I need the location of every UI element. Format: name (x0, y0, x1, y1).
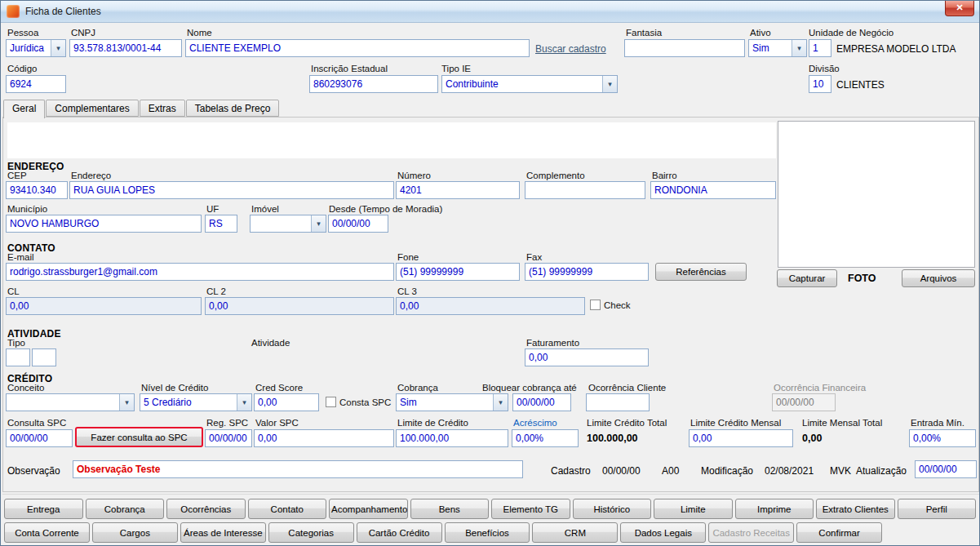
fantasia-field[interactable] (624, 39, 745, 57)
imprime-button[interactable]: Imprime (735, 499, 814, 519)
entrada-min-field[interactable]: 0,00% (909, 429, 976, 447)
email-label: E-mail (7, 252, 34, 262)
limite-button[interactable]: Limite (654, 499, 733, 519)
bairro-field[interactable]: RONDONIA (650, 181, 776, 199)
confirmar-button[interactable]: Confirmar (796, 522, 882, 543)
fone-label: Fone (397, 252, 419, 262)
observacao-field[interactable]: Observação Teste (73, 460, 523, 478)
ativo-value: Sim (752, 42, 769, 54)
endereco-field[interactable]: RUA GUIA LOPES (69, 181, 394, 199)
cartao-credito-button[interactable]: Cartão Crédito (357, 522, 442, 543)
bens-button[interactable]: Bens (410, 499, 490, 519)
ocorrencia-financeira-field: 00/00/00 (772, 393, 836, 411)
fax-field[interactable]: (51) 99999999 (525, 263, 649, 281)
elemento-tg-button[interactable]: Elemento TG (491, 499, 570, 519)
conta-corrente-button[interactable]: Conta Corrente (4, 522, 90, 543)
cobranca-button[interactable]: Cobrança (86, 499, 165, 519)
tab-extras[interactable]: Extras (140, 100, 185, 117)
entrega-button[interactable]: Entrega (4, 499, 83, 519)
uf-field[interactable]: RS (205, 215, 237, 233)
capturar-button[interactable]: Capturar (777, 269, 837, 287)
limite-credito-total-value: 100.000,00 (587, 433, 638, 444)
limite-credito-mensal-field[interactable]: 0,00 (689, 429, 793, 447)
limite-credito-field[interactable]: 100.000,00 (396, 429, 508, 447)
divisao-code-field[interactable]: 10 (809, 75, 831, 93)
check-checkbox[interactable] (590, 300, 601, 310)
acompanhamento-button[interactable]: Acompanhamento (329, 499, 408, 519)
arquivos-button[interactable]: Arquivos (902, 269, 975, 287)
categorias-button[interactable]: Categorias (268, 522, 354, 543)
buscar-cadastro-link[interactable]: Buscar cadastro (535, 43, 606, 55)
numero-label: Número (397, 171, 431, 180)
nome-label: Nome (187, 28, 212, 38)
ocorrencia-cliente-label: Ocorrência Cliente (588, 383, 666, 393)
cnpj-field[interactable]: 93.578.813/0001-44 (69, 39, 182, 57)
ocorrencia-cliente-field[interactable] (586, 393, 650, 411)
close-icon[interactable]: ✕ (945, 1, 974, 16)
consta-spc-checkbox[interactable] (326, 397, 336, 407)
acrescimo-field[interactable]: 0,00% (512, 429, 579, 447)
cep-field[interactable]: 93410.340 (6, 181, 68, 199)
chevron-down-icon[interactable]: ▾ (602, 76, 617, 92)
chevron-down-icon[interactable]: ▾ (51, 40, 65, 56)
nome-field[interactable]: CLIENTE EXEMPLO (185, 39, 530, 57)
conceito-select[interactable]: ▾ (6, 393, 135, 411)
unidade-negocio-code-field[interactable]: 1 (809, 39, 831, 57)
areas-de-interesse-button[interactable]: Áreas de Interesse (180, 522, 266, 543)
chevron-down-icon[interactable]: ▾ (311, 215, 326, 232)
numero-field[interactable]: 4201 (396, 181, 520, 199)
ocorrencias-button[interactable]: Ocorrências (166, 499, 246, 519)
municipio-field[interactable]: NOVO HAMBURGO (6, 215, 202, 233)
tipo-field-1[interactable] (6, 348, 30, 366)
historico-button[interactable]: Histórico (573, 499, 652, 519)
tab-strip: Geral Complementares Extras Tabelas de P… (3, 100, 280, 118)
perfil-button[interactable]: Perfil (898, 499, 977, 519)
desde-field[interactable]: 00/00/00 (328, 215, 388, 233)
bloquear-cobranca-field[interactable]: 00/00/00 (512, 393, 571, 411)
cadastro-user: A00 (662, 465, 679, 477)
cobranca-select[interactable]: Sim ▾ (396, 393, 508, 411)
photo-preview (778, 121, 975, 268)
chevron-down-icon[interactable]: ▾ (493, 394, 508, 411)
cred-score-field[interactable]: 0,00 (254, 393, 319, 411)
nivel-credito-select[interactable]: 5 Crediário ▾ (140, 393, 252, 411)
tipo-field-2[interactable] (32, 348, 56, 366)
imovel-select[interactable]: ▾ (250, 215, 326, 233)
chevron-down-icon[interactable]: ▾ (237, 394, 251, 411)
crm-button[interactable]: CRM (532, 522, 618, 543)
tab-tabelas-de-preco[interactable]: Tabelas de Preço (186, 100, 280, 117)
bairro-label: Bairro (652, 171, 677, 180)
chevron-down-icon[interactable]: ▾ (119, 394, 134, 411)
tab-complementares[interactable]: Complementares (46, 100, 138, 117)
foto-label: FOTO (848, 273, 876, 284)
fone-field[interactable]: (51) 99999999 (396, 263, 520, 281)
divider (2, 494, 979, 495)
consulta-spc-field[interactable]: 00/00/00 (6, 429, 73, 447)
tab-geral[interactable]: Geral (3, 100, 45, 118)
complemento-field[interactable] (525, 181, 645, 199)
referencias-button[interactable]: Referências (655, 263, 747, 281)
reg-spc-field[interactable]: 00/00/00 (205, 429, 252, 447)
inscricao-estadual-field[interactable]: 860293076 (309, 75, 438, 93)
valor-spc-field[interactable]: 0,00 (254, 429, 394, 447)
contato-button[interactable]: Contato (248, 499, 327, 519)
cadastro-label: Cadastro (551, 465, 591, 477)
limite-mensal-total-label: Limite Mensal Total (802, 418, 882, 428)
ativo-label: Ativo (750, 28, 771, 38)
cadastro-receitas-button: Cadastro Receitas (708, 522, 794, 543)
tipo-ie-select[interactable]: Contribuinte ▾ (441, 75, 618, 93)
fazer-consulta-spc-button[interactable]: Fazer consulta ao SPC (75, 427, 203, 447)
beneficios-button[interactable]: Benefícios (445, 522, 530, 543)
codigo-field[interactable]: 6924 (6, 75, 66, 93)
cl3-label: CL 3 (397, 286, 417, 296)
desde-label: Desde (Tempo de Moradia) (329, 204, 442, 214)
extrato-clientes-button[interactable]: Extrato Clientes (816, 499, 895, 519)
pessoa-select[interactable]: Jurídica ▾ (6, 39, 66, 57)
cargos-button[interactable]: Cargos (92, 522, 178, 543)
dados-legais-button[interactable]: Dados Legais (620, 522, 706, 543)
chevron-down-icon[interactable]: ▾ (792, 40, 806, 56)
email-field[interactable]: rodrigo.strassburger1@gmail.com (6, 263, 394, 281)
ativo-select[interactable]: Sim ▾ (748, 39, 807, 57)
complemento-label: Complemento (526, 171, 585, 180)
faturamento-field[interactable]: 0,00 (525, 348, 649, 366)
